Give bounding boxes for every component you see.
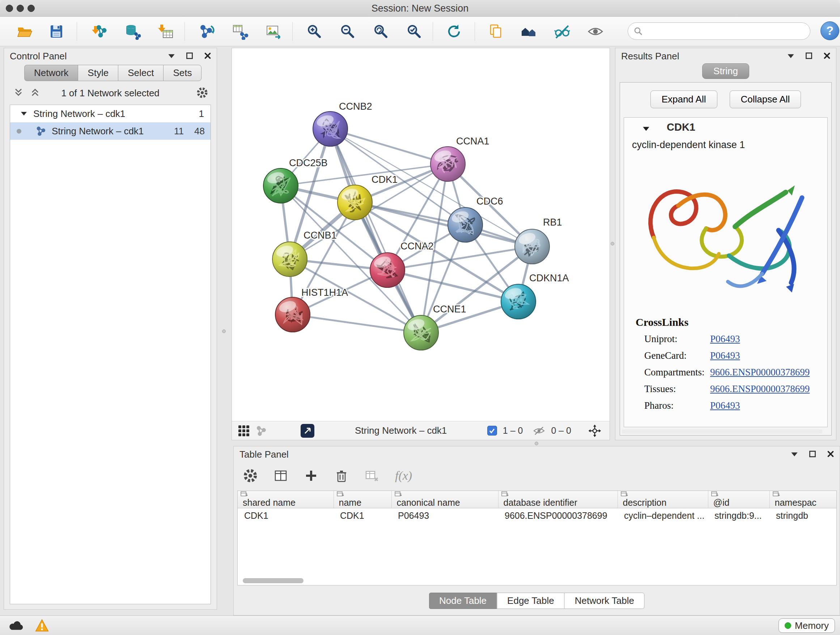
- left-splitter-handle[interactable]: [222, 329, 226, 333]
- network-node-RB1[interactable]: [515, 229, 549, 264]
- show-columns-icon[interactable]: [273, 469, 288, 483]
- open-session-button[interactable]: [14, 21, 35, 42]
- bottom-splitter-handle[interactable]: [535, 442, 538, 445]
- search-input[interactable]: [646, 26, 805, 36]
- table-row[interactable]: CDK1 CDK1 P06493 9606.ENSP00000378699 cy…: [238, 508, 836, 524]
- column-header-database-identifier[interactable]: database identifier: [498, 491, 617, 508]
- section-collapse-caret-icon[interactable]: [641, 124, 651, 134]
- network-collection-row[interactable]: String Network – cdk1 1: [10, 105, 210, 122]
- network-node-CCNA2[interactable]: [370, 253, 405, 287]
- tab-network[interactable]: Network: [24, 65, 78, 81]
- copy-button[interactable]: [485, 21, 506, 42]
- export-image-button[interactable]: [264, 21, 284, 42]
- network-canvas[interactable]: CCNB2CCNA1CDC25BCDK1CDC6RB1CCNB1CCNA2CDK…: [232, 48, 609, 421]
- table-settings-gear-icon[interactable]: [243, 469, 257, 483]
- network-node-CDKN1A[interactable]: [501, 284, 536, 319]
- zoom-in-button[interactable]: [304, 21, 324, 42]
- tab-sets[interactable]: Sets: [163, 65, 202, 81]
- tab-network-table[interactable]: Network Table: [564, 593, 645, 609]
- network-edge-HIST1H1A-CCNE1[interactable]: [293, 315, 421, 333]
- network-node-CCNB1[interactable]: [272, 242, 307, 277]
- new-network-button[interactable]: [197, 21, 217, 42]
- crosslink-compartments[interactable]: 9606.ENSP00000378699: [710, 367, 810, 378]
- tab-select[interactable]: Select: [118, 65, 163, 81]
- tab-edge-table[interactable]: Edge Table: [497, 593, 564, 609]
- selected-checkbox[interactable]: [487, 426, 497, 435]
- horizontal-scrollbar-thumb[interactable]: [243, 578, 303, 583]
- network-node-CDC25B[interactable]: [264, 168, 298, 203]
- panel-menu-icon[interactable]: [790, 449, 799, 459]
- float-panel-icon[interactable]: [804, 51, 813, 60]
- collapse-all-button[interactable]: Collapse All: [729, 90, 801, 108]
- results-tab-string[interactable]: String: [702, 63, 749, 79]
- tab-style[interactable]: Style: [78, 65, 118, 81]
- import-network-from-file-button[interactable]: [89, 21, 109, 42]
- column-header-namespace[interactable]: namespac: [769, 491, 836, 508]
- home-button[interactable]: [519, 21, 539, 42]
- network-edge-CCNB2-CCNA1[interactable]: [330, 129, 448, 164]
- network-node-CDC6[interactable]: [448, 207, 483, 242]
- import-table-from-file-button[interactable]: [156, 21, 176, 42]
- crosslink-uniprot[interactable]: P06493: [710, 333, 740, 345]
- collection-expand-caret-icon[interactable]: [19, 109, 28, 118]
- zoom-fit-button[interactable]: [370, 21, 391, 42]
- float-panel-icon[interactable]: [808, 449, 817, 459]
- memory-button[interactable]: Memory: [778, 618, 835, 633]
- panel-menu-icon[interactable]: [786, 51, 796, 60]
- network-row-selected[interactable]: String Network – cdk1 11 48: [10, 122, 210, 140]
- close-panel-icon[interactable]: [203, 51, 212, 60]
- network-edge-CCNB2-CCNE1[interactable]: [330, 129, 421, 333]
- cell-description[interactable]: cyclin–dependent ...: [617, 508, 708, 524]
- refresh-button[interactable]: [444, 21, 464, 42]
- close-panel-icon[interactable]: [826, 449, 835, 459]
- zoom-out-button[interactable]: [337, 21, 357, 42]
- protein-section-header[interactable]: CDK1: [624, 118, 827, 137]
- network-node-CCNA1[interactable]: [431, 147, 465, 181]
- cell-namespace[interactable]: stringdb: [769, 508, 836, 524]
- zoom-selected-button[interactable]: [404, 21, 424, 42]
- help-button[interactable]: ?: [821, 21, 839, 40]
- close-panel-icon[interactable]: [822, 51, 832, 60]
- network-node-CDK1[interactable]: [338, 185, 372, 220]
- grid-view-icon[interactable]: [238, 424, 250, 437]
- import-network-from-database-button[interactable]: [122, 21, 142, 42]
- cell-name[interactable]: CDK1: [333, 508, 392, 524]
- column-header-id[interactable]: @id: [708, 491, 769, 508]
- hidden-eye-slash-icon[interactable]: [533, 425, 545, 436]
- cloud-status-button[interactable]: [6, 618, 26, 633]
- expand-all-button[interactable]: Expand All: [651, 90, 717, 108]
- results-scrollbar-track[interactable]: [622, 429, 823, 434]
- float-panel-icon[interactable]: [185, 51, 194, 60]
- save-session-button[interactable]: [46, 21, 66, 42]
- crosslink-tissues[interactable]: 9606.ENSP00000378699: [710, 383, 810, 394]
- network-node-CCNB2[interactable]: [313, 111, 347, 146]
- warnings-button[interactable]: [32, 618, 52, 633]
- column-header-description[interactable]: description: [617, 491, 708, 508]
- search-box: [628, 22, 810, 40]
- column-header-name[interactable]: name: [333, 491, 392, 508]
- cell-id[interactable]: stringdb:9...: [708, 508, 769, 524]
- column-header-canonical-name[interactable]: canonical name: [392, 491, 498, 508]
- cell-shared-name[interactable]: CDK1: [238, 508, 333, 524]
- network-node-CCNE1[interactable]: [404, 315, 439, 350]
- hide-selection-button[interactable]: [552, 21, 572, 42]
- crosslink-genecard[interactable]: P06493: [710, 350, 740, 361]
- network-and-table-button[interactable]: [230, 21, 250, 42]
- column-header-shared-name[interactable]: shared name: [238, 491, 333, 508]
- network-view-panel[interactable]: CCNB2CCNA1CDC25BCDK1CDC6RB1CCNB1CCNA2CDK…: [232, 48, 610, 440]
- cell-canonical-name[interactable]: P06493: [392, 508, 498, 524]
- gear-icon[interactable]: [196, 87, 208, 98]
- panel-menu-icon[interactable]: [167, 51, 176, 60]
- export-view-button[interactable]: [301, 424, 314, 438]
- cell-database-identifier[interactable]: 9606.ENSP00000378699: [498, 508, 617, 524]
- add-column-plus-icon[interactable]: [304, 469, 318, 483]
- right-splitter-handle[interactable]: [611, 242, 614, 245]
- delete-column-trash-icon[interactable]: [334, 469, 349, 483]
- crosslink-pharos[interactable]: P06493: [710, 400, 740, 411]
- tab-node-table[interactable]: Node Table: [429, 593, 497, 609]
- pan-crosshair-icon[interactable]: [588, 424, 602, 438]
- birdseye-view-icon[interactable]: [256, 425, 267, 437]
- show-all-button[interactable]: [585, 21, 606, 42]
- network-selection-row: 1 of 1 Network selected: [4, 84, 217, 102]
- network-node-HIST1H1A[interactable]: [275, 297, 310, 332]
